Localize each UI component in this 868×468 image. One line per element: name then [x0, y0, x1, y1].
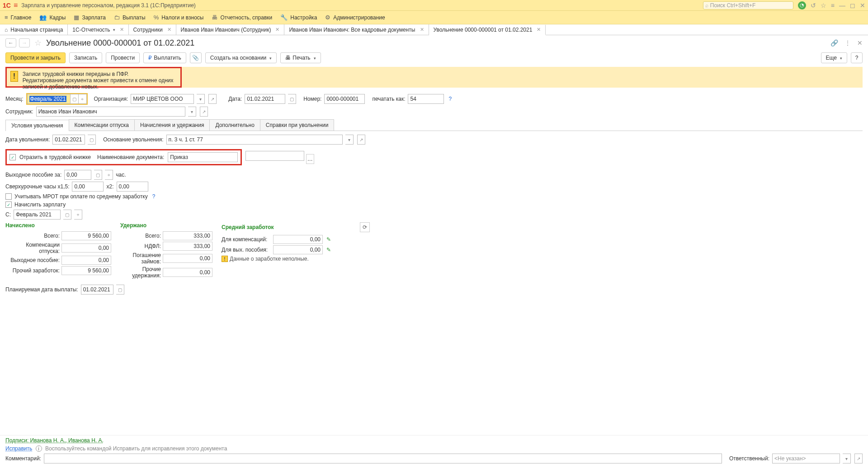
calc-salary-checkbox[interactable]: [5, 201, 12, 208]
printas-input[interactable]: 54: [408, 94, 444, 104]
warning-strip: ! Записи трудовой книжки переданы в ПФР.…: [5, 67, 863, 88]
refresh-icon[interactable]: ⟳: [360, 222, 370, 232]
employee-label: Сотрудник:: [5, 108, 33, 115]
menu-salary[interactable]: ▦Зарплата: [74, 14, 106, 21]
menu-personnel[interactable]: 👥Кадры: [39, 14, 66, 21]
spinner-icon[interactable]: ÷: [105, 170, 113, 180]
tab-certificates[interactable]: Справки при увольнении: [260, 119, 335, 131]
period-from-input[interactable]: Февраль 2021: [14, 210, 61, 220]
dismissal-date-label: Дата увольнения:: [5, 136, 50, 143]
create-based-button[interactable]: Создать на основании: [205, 52, 277, 63]
calendar-icon[interactable]: ▢: [288, 94, 296, 104]
close-icon[interactable]: ✕: [120, 27, 124, 33]
close-icon[interactable]: ✕: [537, 27, 541, 33]
tab-employee-card[interactable]: Иванов Иван Иванович (Сотрудник)✕: [176, 24, 285, 35]
menu-payments[interactable]: 🗀Выплаты: [114, 14, 146, 21]
maximize-icon[interactable]: ◻: [850, 2, 855, 9]
history-icon[interactable]: ↺: [811, 2, 816, 9]
select-icon[interactable]: ▾: [197, 94, 205, 104]
close-icon[interactable]: ✕: [167, 27, 171, 33]
spinner-icon[interactable]: ÷: [74, 210, 82, 220]
avg-warning: !Данные о заработке неполные.: [222, 256, 370, 262]
severance-input[interactable]: 0,00: [64, 170, 91, 180]
open-icon[interactable]: ↗: [357, 135, 365, 145]
select-icon[interactable]: ▾: [345, 135, 354, 145]
docname-input[interactable]: Приказ: [168, 152, 238, 162]
number-input[interactable]: 0000-000001: [324, 94, 365, 104]
org-input[interactable]: МИР ЦВЕТОВ ООО: [131, 94, 194, 104]
workbook-checkbox[interactable]: [9, 154, 16, 160]
pay-button[interactable]: ₽Выплатить: [143, 52, 186, 63]
calc-icon[interactable]: ▢: [94, 170, 102, 180]
post-and-close-button[interactable]: Провести и закрыть: [5, 52, 66, 63]
close-icon[interactable]: ✕: [420, 27, 424, 33]
menu-main[interactable]: ≡Главное: [5, 14, 31, 21]
planned-date-input[interactable]: 01.02.2021: [81, 285, 113, 295]
favorite-star-icon[interactable]: ☆: [34, 38, 42, 48]
close-icon[interactable]: ✕: [275, 27, 279, 33]
calendar-icon[interactable]: ▢: [88, 135, 96, 145]
menu-reports[interactable]: 🖶Отчетность, справки: [212, 14, 272, 21]
global-search[interactable]: Поиск Ctrl+Shift+F: [703, 1, 793, 9]
close-doc-icon[interactable]: ✕: [857, 39, 863, 47]
tools-icon[interactable]: ≡: [831, 2, 835, 9]
tab-hr-docs[interactable]: Иванов Иван Иванович: Все кадровые докум…: [284, 24, 429, 35]
menu-admin-label: Администрирование: [333, 14, 385, 21]
tab-home[interactable]: ⌂Начальная страница: [0, 24, 68, 35]
number-label: Номер:: [303, 96, 321, 102]
hamburger-icon[interactable]: ≡: [14, 1, 18, 9]
calendar-icon[interactable]: ▢: [116, 285, 124, 295]
overtime2-input[interactable]: 0,00: [117, 182, 148, 192]
save-button[interactable]: Записать: [69, 52, 102, 63]
help-icon[interactable]: ?: [448, 96, 452, 102]
menu-taxes[interactable]: %Налоги и взносы: [154, 14, 204, 21]
tab-dismissal-conditions[interactable]: Условия увольнения: [5, 120, 69, 131]
month-input[interactable]: Февраль 2021: [27, 94, 71, 104]
spinner-icon[interactable]: ÷: [79, 94, 87, 104]
help-icon[interactable]: ?: [152, 193, 156, 200]
tab-vacation-comp[interactable]: Компенсации отпуска: [69, 119, 135, 131]
menu-admin[interactable]: ⚙Администрирование: [325, 14, 385, 21]
close-window-icon[interactable]: ✕: [860, 2, 865, 9]
edit-icon[interactable]: ✎: [326, 247, 331, 253]
favorite-icon[interactable]: ☆: [821, 2, 826, 9]
calendar-icon: ▦: [74, 14, 79, 21]
tab-dismissal-doc[interactable]: Увольнение 0000-000001 от 01.02.2021✕: [429, 25, 546, 35]
ellipsis-icon[interactable]: …: [306, 154, 314, 164]
print-button[interactable]: 🖶Печать: [280, 52, 321, 63]
total-label: Всего:: [5, 233, 60, 239]
basis-input[interactable]: п. 3 ч. 1 ст. 77: [166, 135, 343, 145]
attach-button[interactable]: 📎: [190, 52, 202, 63]
post-button[interactable]: Провести: [106, 52, 140, 63]
select-icon[interactable]: ▾: [188, 107, 196, 117]
more-icon[interactable]: ⋮: [844, 39, 851, 47]
open-icon[interactable]: ↗: [200, 107, 208, 117]
tab-accruals[interactable]: Начисления и удержания: [134, 119, 210, 131]
help-button[interactable]: ?: [851, 52, 863, 63]
date-input[interactable]: 01.02.2021: [245, 94, 285, 104]
mrot-checkbox[interactable]: [5, 193, 12, 200]
x2-label: х2:: [106, 183, 113, 190]
notifications-icon[interactable]: ◔: [798, 1, 806, 9]
tab-employees[interactable]: Сотрудники✕: [129, 24, 176, 35]
calendar-icon[interactable]: ▢: [71, 94, 79, 104]
vacation-comp-label: Компенсации отпуска:: [5, 242, 60, 254]
calendar-icon[interactable]: ▢: [63, 210, 71, 220]
open-icon[interactable]: ↗: [208, 94, 217, 104]
back-button[interactable]: ←: [5, 38, 16, 47]
vacation-comp-value: 0,00: [61, 243, 111, 253]
tab-1c-reporting[interactable]: 1С-Отчетность▾✕: [68, 24, 128, 35]
dismissal-date-input[interactable]: 01.02.2021: [52, 135, 85, 145]
docname-extra-input[interactable]: [245, 151, 304, 161]
link-icon[interactable]: 🔗: [830, 39, 838, 47]
titlebar: 1C ≡ Зарплата и управление персоналом, р…: [0, 0, 868, 11]
month-label: Месяц:: [5, 96, 24, 102]
employee-input[interactable]: Иванов Иван Иванович: [36, 107, 185, 117]
minimize-icon[interactable]: —: [839, 2, 845, 9]
overtime15-input[interactable]: 0,00: [72, 182, 104, 192]
more-button[interactable]: Еще: [821, 52, 847, 63]
tab-additional[interactable]: Дополнительно: [209, 119, 260, 131]
menu-settings[interactable]: 🔧Настройка: [280, 14, 317, 21]
edit-icon[interactable]: ✎: [326, 236, 331, 243]
forward-button[interactable]: →: [19, 38, 30, 47]
